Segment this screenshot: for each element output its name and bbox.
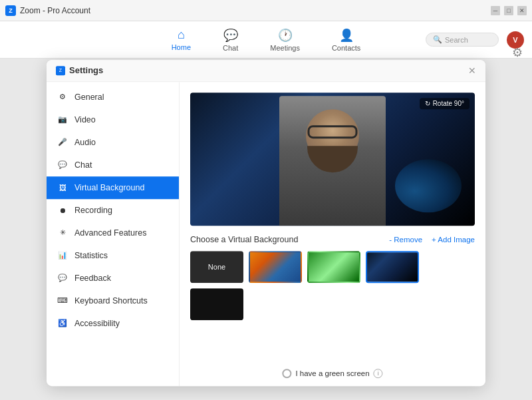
sidebar-label-keyboard-shortcuts: Keyboard Shortcuts [74,296,148,305]
sidebar-label-virtual-background: Virtual Background [74,183,144,192]
home-icon: ⌂ [178,28,185,42]
sidebar-label-audio: Audio [74,138,96,147]
sidebar-item-chat[interactable]: 💬 Chat [47,154,179,176]
sidebar-item-virtual-background[interactable]: 🖼 Virtual Background [47,176,179,199]
settings-dialog: Z Settings ✕ ⚙ General 📷 Video 🎤 Audio [47,60,485,386]
sidebar-item-keyboard-shortcuts[interactable]: ⌨ Keyboard Shortcuts [47,290,179,312]
sidebar-label-general: General [74,93,104,102]
feedback-icon: 💬 [56,272,69,285]
contacts-icon: 👤 [339,28,354,43]
person-silhouette [279,96,386,226]
sidebar-label-accessibility: Accessibility [74,319,120,328]
maximize-button[interactable]: □ [504,6,513,15]
sidebar-label-advanced-features: Advanced Features [74,228,146,238]
vb-thumb-dark[interactable] [190,288,243,320]
nav-home-label: Home [172,43,191,51]
vb-section-title: Choose a Virtual Background [190,235,298,244]
video-icon: 📷 [56,113,69,126]
rotate-icon: ↻ [425,100,430,107]
sidebar-label-video: Video [74,115,96,124]
sidebar-item-statistics[interactable]: 📊 Statistics [47,244,179,267]
accessibility-icon: ♿ [56,317,69,330]
search-bar[interactable]: 🔍 Search [426,33,499,47]
gear-icon[interactable]: ⚙ [512,45,523,60]
nav-home[interactable]: ⌂ Home [166,25,196,55]
vb-thumb-none[interactable]: None [190,251,243,283]
statistics-icon: 📊 [56,249,69,262]
settings-main: ↻ Rotate 90° Choose a Virtual Background… [180,82,485,386]
close-settings-button[interactable]: ✕ [468,65,476,76]
settings-title: Settings [69,65,103,75]
app-icon: Z [5,5,16,16]
vb-thumb-golden-gate[interactable] [249,251,302,283]
info-icon[interactable]: i [374,369,383,378]
general-icon: ⚙ [56,91,69,104]
sidebar-item-advanced-features[interactable]: ✳ Advanced Features [47,222,179,244]
green-screen-label: I have a green screen [295,369,369,377]
app-title: Zoom - Pro Account [20,6,90,15]
audio-icon: 🎤 [56,136,69,149]
sidebar-label-feedback: Feedback [74,274,111,283]
avatar-label: V [513,36,517,44]
vb-actions: - Remove + Add Image [389,236,475,244]
nav-chat[interactable]: 💬 Chat [217,25,243,55]
vb-none-label: None [208,263,225,271]
nav-contacts-label: Contacts [332,44,360,52]
keyboard-shortcuts-icon: ⌨ [56,294,69,307]
sidebar-label-statistics: Statistics [74,251,108,260]
nav-contacts[interactable]: 👤 Contacts [327,25,366,55]
sidebar-item-recording[interactable]: ⏺ Recording [47,199,179,222]
recording-icon: ⏺ [56,204,69,217]
virtual-background-icon: 🖼 [56,181,69,194]
earth-background [395,159,462,212]
vb-thumbnails: None [190,251,475,320]
sidebar-item-general[interactable]: ⚙ General [47,86,179,108]
window-controls: ─ □ ✕ [491,6,527,15]
chat-nav-icon: 💬 [223,28,238,43]
nav-chat-label: Chat [223,44,238,52]
settings-header: Z Settings ✕ [47,60,485,82]
green-screen-row: I have a green screen i [282,369,382,378]
search-placeholder: Search [445,36,468,44]
nav-meetings-label: Meetings [270,44,300,52]
vb-header: Choose a Virtual Background - Remove + A… [190,235,475,244]
remove-button[interactable]: - Remove [389,236,422,244]
vb-thumb-space[interactable] [366,251,419,283]
person-beard [307,146,358,172]
main-content: Z Settings ✕ ⚙ General 📷 Video 🎤 Audio [0,59,532,400]
minimize-button[interactable]: ─ [491,6,500,15]
settings-title-row: Z Settings [56,65,103,75]
video-preview: ↻ Rotate 90° [190,93,475,226]
settings-body: ⚙ General 📷 Video 🎤 Audio 💬 Chat 🖼 [47,82,485,386]
search-icon: 🔍 [433,35,442,44]
main-nav: ⌂ Home 💬 Chat 🕐 Meetings 👤 Contacts 🔍 Se… [0,21,532,59]
sidebar-item-accessibility[interactable]: ♿ Accessibility [47,312,179,335]
advanced-features-icon: ✳ [56,226,69,240]
sidebar-label-recording: Recording [74,206,112,215]
rotate-button[interactable]: ↻ Rotate 90° [420,98,469,109]
person-glasses [308,125,358,138]
chat-settings-icon: 💬 [56,158,69,172]
sidebar-item-video[interactable]: 📷 Video [47,108,179,131]
close-window-button[interactable]: ✕ [517,6,527,15]
nav-items: ⌂ Home 💬 Chat 🕐 Meetings 👤 Contacts [166,25,366,55]
meetings-icon: 🕐 [278,28,293,43]
rotate-label: Rotate 90° [433,100,464,107]
titlebar: Z Zoom - Pro Account ─ □ ✕ [0,0,532,21]
green-screen-radio[interactable] [282,369,291,378]
sidebar-item-feedback[interactable]: 💬 Feedback [47,267,179,290]
settings-zoom-icon: Z [56,66,65,75]
sidebar-item-audio[interactable]: 🎤 Audio [47,131,179,154]
vb-thumb-grass[interactable] [307,251,360,283]
add-image-button[interactable]: + Add Image [432,236,475,244]
settings-sidebar: ⚙ General 📷 Video 🎤 Audio 💬 Chat 🖼 [47,82,180,386]
nav-meetings[interactable]: 🕐 Meetings [265,25,305,55]
sidebar-label-chat: Chat [74,160,92,170]
